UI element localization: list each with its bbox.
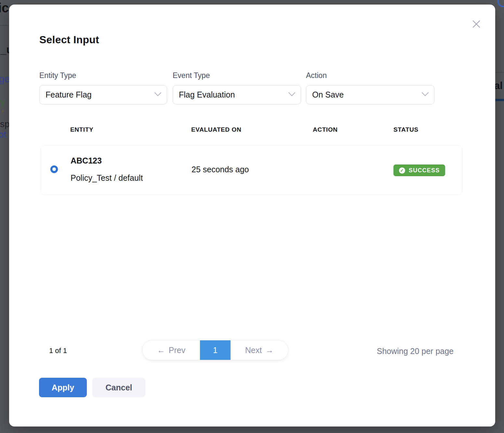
entity-type-value: Feature Flag	[46, 90, 92, 99]
background-circle-icon	[497, 0, 504, 7]
background-tab-fragment: al	[494, 80, 503, 92]
chevron-down-icon	[154, 89, 161, 96]
close-icon[interactable]	[471, 19, 482, 29]
background-text-fragment: ot	[0, 129, 6, 140]
background-heading-fragment: ic	[0, 1, 9, 15]
evaluated-on-value: 25 seconds ago	[192, 165, 249, 174]
apply-button[interactable]: Apply	[39, 378, 87, 397]
select-input-dialog: Select Input Entity Type Feature Flag Ev…	[9, 5, 495, 426]
status-badge: ✓ SUCCESS	[393, 164, 445, 176]
arrow-left-icon: ←	[157, 346, 165, 355]
entity-subtitle: Policy_Test / default	[71, 173, 143, 183]
action-filter: Action On Save	[306, 71, 434, 104]
prev-label: Prev	[169, 346, 185, 355]
event-type-label: Event Type	[173, 71, 301, 80]
page-summary: 1 of 1	[49, 347, 67, 355]
check-circle-icon: ✓	[399, 167, 405, 174]
action-label: Action	[306, 71, 434, 80]
column-header-action: ACTION	[313, 126, 338, 133]
background-text-fragment: ge	[0, 73, 10, 85]
pagination-control: ← Prev 1 Next →	[142, 340, 288, 360]
chevron-down-icon	[288, 89, 295, 96]
chevron-down-icon	[422, 89, 429, 96]
entity-type-label: Entity Type	[39, 71, 167, 80]
prev-page-button[interactable]: ← Prev	[142, 340, 200, 360]
background-active-tab-underline	[495, 99, 504, 101]
entity-type-select[interactable]: Feature Flag	[39, 85, 167, 104]
background-text-fragment: .	[1, 103, 4, 114]
background-text-fragment: sp	[0, 119, 10, 129]
background-divider	[495, 72, 504, 73]
cancel-button[interactable]: Cancel	[92, 378, 145, 397]
row-radio-selected[interactable]	[50, 165, 58, 173]
column-header-entity: ENTITY	[70, 126, 93, 133]
status-badge-label: SUCCESS	[409, 167, 440, 174]
entity-type-filter: Entity Type Feature Flag	[39, 71, 167, 104]
entity-name: ABC123	[71, 156, 102, 165]
event-type-filter: Event Type Flag Evaluation	[173, 71, 301, 104]
current-page-button[interactable]: 1	[200, 340, 231, 360]
column-header-status: STATUS	[393, 126, 418, 133]
arrow-right-icon: →	[265, 346, 273, 355]
column-header-evaluated-on: EVALUATED ON	[191, 126, 241, 133]
next-page-button[interactable]: Next →	[231, 340, 288, 360]
per-page-info: Showing 20 per page	[377, 347, 454, 356]
dialog-title: Select Input	[39, 34, 99, 46]
event-type-select[interactable]: Flag Evaluation	[173, 85, 301, 104]
table-row[interactable]: ABC123 Policy_Test / default 25 seconds …	[41, 145, 462, 195]
background-divider	[0, 25, 9, 26]
action-value: On Save	[312, 90, 344, 99]
next-label: Next	[245, 346, 262, 355]
action-select[interactable]: On Save	[306, 85, 434, 104]
event-type-value: Flag Evaluation	[179, 90, 235, 99]
